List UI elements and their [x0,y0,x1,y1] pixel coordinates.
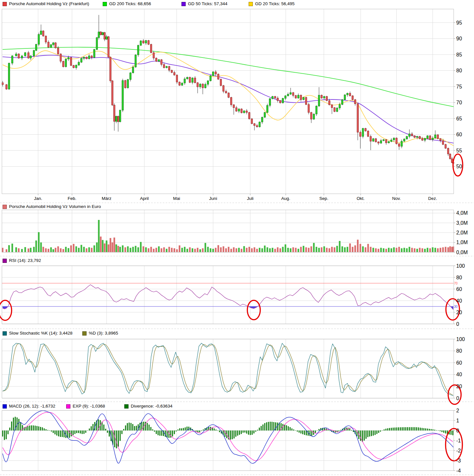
rsi-line [3,285,453,310]
volume-bar [33,247,35,252]
divergence-bar [103,425,104,430]
y-tick-label: 90 [456,36,462,41]
volume-bar [12,243,13,252]
candle-down [367,131,369,137]
y-tick-label: 0 [456,321,459,327]
divergence-bar [443,430,444,433]
y-tick-label: 0 [456,428,459,433]
divergence-bar [201,430,202,431]
y-tick-label: -3 [456,458,461,463]
divergence-bar [85,430,86,433]
divergence-bar [136,426,137,430]
volume-bar [352,247,354,252]
candle-up [127,79,129,88]
volume-bar [148,248,149,252]
divergence-bar [434,430,435,430]
divergence-bar [373,430,374,436]
divergence-bar [427,429,428,430]
candle-down [28,53,29,58]
volume-bar [362,246,364,252]
divergence-bar [83,430,84,434]
volume-bar [316,247,317,252]
candle-down [277,98,279,101]
volume-bar [48,249,49,252]
volume-label: Porsche Automobil Holding Vz Volumen in … [9,204,101,210]
divergence-bar [219,430,220,432]
volume-bar [25,247,26,252]
divergence-bar [409,427,410,430]
candle-up [145,40,147,43]
divergence-bar [74,430,75,434]
volume-bar [424,249,426,252]
volume-bar [231,249,232,252]
rsi-oversold-fill [3,285,453,310]
candle-down [215,72,217,74]
volume-bar [116,244,117,252]
volume-bar [393,247,395,252]
candle-down [246,111,248,112]
divergence-bar [402,427,403,430]
volume-bar [218,245,219,252]
volume-bar [207,247,209,252]
candle-down [57,48,59,54]
volume-bar [43,247,44,252]
candle-up [339,104,341,108]
divergence-bar [58,430,59,436]
candle-up [25,53,26,56]
volume-bar [57,246,59,252]
volume-bar [163,247,165,252]
candle-down [398,144,400,146]
divergence-bar [188,427,189,430]
candle-down [174,72,175,75]
stochastic-panel: 020406080100 [2,336,465,405]
volume-bar [313,243,315,252]
volume-bar [73,244,75,252]
candle-up [391,140,392,141]
candle-down [293,93,294,96]
divergence-bar [183,428,184,430]
y-tick-label: 95 [456,20,462,26]
volume-legend: Porsche Automobil Holding Vz Volumen in … [0,204,474,210]
candle-up [135,55,137,67]
divergence-bar [149,425,149,430]
candle-up [388,141,390,143]
candle-down [43,31,44,36]
divergence-bar [284,425,285,430]
volume-bar [419,248,421,252]
candle-up [192,78,193,82]
divergence-bar [366,430,366,439]
y-tick-label: 20 [456,384,462,389]
candle-up [94,49,95,57]
price-legend: Porsche Automobil Holding Vz (Frankfurt)… [0,1,474,7]
divergence-bar [44,429,45,431]
divergence-bar [158,430,159,435]
volume-bar [427,248,428,252]
candle-up [406,136,408,139]
candle-down [326,97,328,101]
divergence-bar [13,418,14,430]
candle-down [73,66,75,68]
candle-down [365,129,366,131]
volume-bar [293,247,294,252]
candle-down [179,82,180,85]
macd-label: MACD (26, 12): -1,6732 [9,403,55,409]
divergence-bar [431,429,432,430]
volume-bar [256,249,258,252]
stoch-k-line [3,343,453,396]
volume-bar [125,247,126,252]
volume-bar [396,248,397,252]
candle-down [308,104,310,112]
candle-up [30,56,32,58]
divergence-bar [127,423,128,430]
candle-down [378,142,379,143]
candle-up [303,98,304,100]
y-tick-label: 1,0M [456,240,468,245]
macd-swatch [3,404,7,409]
candle-down [280,101,281,103]
candle-down [411,134,413,136]
volume-bar [130,248,131,252]
volume-bar [78,248,80,252]
candle-up [432,138,434,140]
volume-bar [290,248,292,252]
divergence-bar [55,430,56,434]
